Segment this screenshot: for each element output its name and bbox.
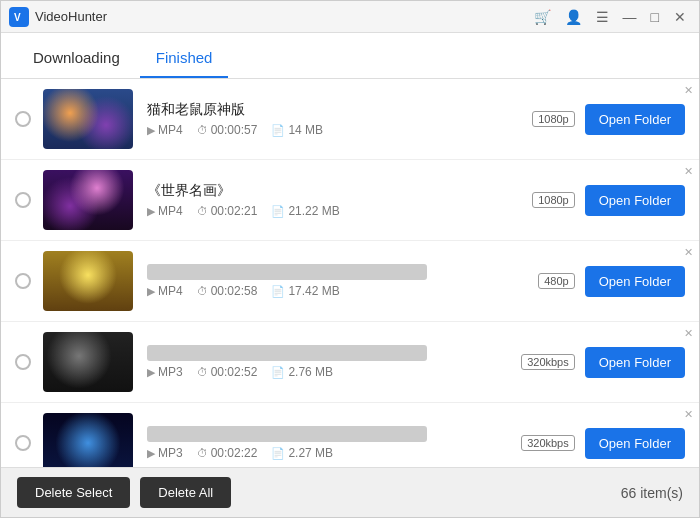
- format-icon: ▶: [147, 447, 155, 460]
- clock-icon: ⏱: [197, 285, 208, 297]
- delete-select-button[interactable]: Delete Select: [17, 477, 130, 508]
- item-close-5[interactable]: ✕: [684, 409, 693, 420]
- clock-icon: ⏱: [197, 205, 208, 217]
- item-meta-4: ▶ MP3 ⏱ 00:02:52 📄 2.76 MB: [147, 365, 521, 379]
- footer: Delete Select Delete All 66 item(s): [1, 467, 699, 517]
- item-title-blurred: [147, 426, 427, 442]
- app-title: VideoHunter: [35, 9, 530, 24]
- item-badge-1: 1080p: [532, 111, 575, 127]
- item-duration-4: ⏱ 00:02:52: [197, 365, 258, 379]
- item-info-3: ▶ MP4 ⏱ 00:02:58 📄 17.42 MB: [147, 264, 538, 298]
- app-logo: V: [9, 7, 29, 27]
- user-icon[interactable]: 👤: [561, 7, 586, 27]
- open-folder-button-1[interactable]: Open Folder: [585, 104, 685, 135]
- tab-bar: Downloading Finished: [1, 33, 699, 79]
- item-size-1: 📄 14 MB: [271, 123, 323, 137]
- download-item: ▶ MP3 ⏱ 00:02:52 📄 2.76 MB 320kbps Open …: [1, 322, 699, 403]
- open-folder-button-5[interactable]: Open Folder: [585, 428, 685, 459]
- item-thumbnail-4: [43, 332, 133, 392]
- item-radio-3[interactable]: [15, 273, 31, 289]
- open-folder-button-4[interactable]: Open Folder: [585, 347, 685, 378]
- tab-finished[interactable]: Finished: [140, 39, 229, 78]
- item-meta-5: ▶ MP3 ⏱ 00:02:22 📄 2.27 MB: [147, 446, 521, 460]
- title-bar: V VideoHunter 🛒 👤 ☰ — □ ✕: [1, 1, 699, 33]
- item-info-2: 《世界名画》 ▶ MP4 ⏱ 00:02:21 📄 21.22 MB: [147, 182, 532, 218]
- item-meta-2: ▶ MP4 ⏱ 00:02:21 📄 21.22 MB: [147, 204, 532, 218]
- item-title-blurred: [147, 345, 427, 361]
- maximize-icon[interactable]: □: [647, 7, 663, 27]
- item-badge-4: 320kbps: [521, 354, 575, 370]
- item-badge-5: 320kbps: [521, 435, 575, 451]
- open-folder-button-2[interactable]: Open Folder: [585, 185, 685, 216]
- open-folder-button-3[interactable]: Open Folder: [585, 266, 685, 297]
- item-duration-3: ⏱ 00:02:58: [197, 284, 258, 298]
- item-thumbnail-2: [43, 170, 133, 230]
- file-icon: 📄: [271, 447, 285, 460]
- minimize-icon[interactable]: —: [619, 7, 641, 27]
- item-duration-5: ⏱ 00:02:22: [197, 446, 258, 460]
- item-meta-3: ▶ MP4 ⏱ 00:02:58 📄 17.42 MB: [147, 284, 538, 298]
- item-size-2: 📄 21.22 MB: [271, 204, 339, 218]
- item-duration-2: ⏱ 00:02:21: [197, 204, 258, 218]
- item-count: 66 item(s): [621, 485, 683, 501]
- item-thumbnail-5: [43, 413, 133, 467]
- item-close-4[interactable]: ✕: [684, 328, 693, 339]
- clock-icon: ⏱: [197, 366, 208, 378]
- item-info-4: ▶ MP3 ⏱ 00:02:52 📄 2.76 MB: [147, 345, 521, 379]
- file-icon: 📄: [271, 366, 285, 379]
- item-radio-4[interactable]: [15, 354, 31, 370]
- item-format-1: ▶ MP4: [147, 123, 183, 137]
- item-info-5: ▶ MP3 ⏱ 00:02:22 📄 2.27 MB: [147, 426, 521, 460]
- item-radio-1[interactable]: [15, 111, 31, 127]
- item-title: 《世界名画》: [147, 182, 532, 200]
- item-duration-1: ⏱ 00:00:57: [197, 123, 258, 137]
- clock-icon: ⏱: [197, 447, 208, 459]
- item-thumbnail-1: [43, 89, 133, 149]
- file-icon: 📄: [271, 124, 285, 137]
- download-item: ▶ MP4 ⏱ 00:02:58 📄 17.42 MB 480p Open Fo…: [1, 241, 699, 322]
- close-icon[interactable]: ✕: [669, 7, 691, 27]
- svg-text:V: V: [14, 12, 21, 23]
- format-icon: ▶: [147, 124, 155, 137]
- file-icon: 📄: [271, 285, 285, 298]
- item-format-2: ▶ MP4: [147, 204, 183, 218]
- item-close-2[interactable]: ✕: [684, 166, 693, 177]
- item-size-5: 📄 2.27 MB: [271, 446, 333, 460]
- item-radio-5[interactable]: [15, 435, 31, 451]
- item-size-3: 📄 17.42 MB: [271, 284, 339, 298]
- item-title: 猫和老鼠原神版: [147, 101, 532, 119]
- item-title-blurred: [147, 264, 427, 280]
- menu-icon[interactable]: ☰: [592, 7, 613, 27]
- item-badge-2: 1080p: [532, 192, 575, 208]
- item-close-1[interactable]: ✕: [684, 85, 693, 96]
- item-info-1: 猫和老鼠原神版 ▶ MP4 ⏱ 00:00:57 📄 14 MB: [147, 101, 532, 137]
- download-item: 《世界名画》 ▶ MP4 ⏱ 00:02:21 📄 21.22 MB: [1, 160, 699, 241]
- item-close-3[interactable]: ✕: [684, 247, 693, 258]
- item-meta-1: ▶ MP4 ⏱ 00:00:57 📄 14 MB: [147, 123, 532, 137]
- format-icon: ▶: [147, 366, 155, 379]
- item-format-5: ▶ MP3: [147, 446, 183, 460]
- download-item: 猫和老鼠原神版 ▶ MP4 ⏱ 00:00:57 📄 14 MB: [1, 79, 699, 160]
- format-icon: ▶: [147, 205, 155, 218]
- item-size-4: 📄 2.76 MB: [271, 365, 333, 379]
- item-format-4: ▶ MP3: [147, 365, 183, 379]
- item-badge-3: 480p: [538, 273, 574, 289]
- item-radio-2[interactable]: [15, 192, 31, 208]
- content-area: 猫和老鼠原神版 ▶ MP4 ⏱ 00:00:57 📄 14 MB: [1, 79, 699, 467]
- item-thumbnail-3: [43, 251, 133, 311]
- cart-icon[interactable]: 🛒: [530, 7, 555, 27]
- format-icon: ▶: [147, 285, 155, 298]
- file-icon: 📄: [271, 205, 285, 218]
- download-item: ▶ MP3 ⏱ 00:02:22 📄 2.27 MB 320kbps Open …: [1, 403, 699, 467]
- clock-icon: ⏱: [197, 124, 208, 136]
- window-controls: 🛒 👤 ☰ — □ ✕: [530, 7, 691, 27]
- tab-downloading[interactable]: Downloading: [17, 39, 136, 78]
- delete-all-button[interactable]: Delete All: [140, 477, 231, 508]
- item-format-3: ▶ MP4: [147, 284, 183, 298]
